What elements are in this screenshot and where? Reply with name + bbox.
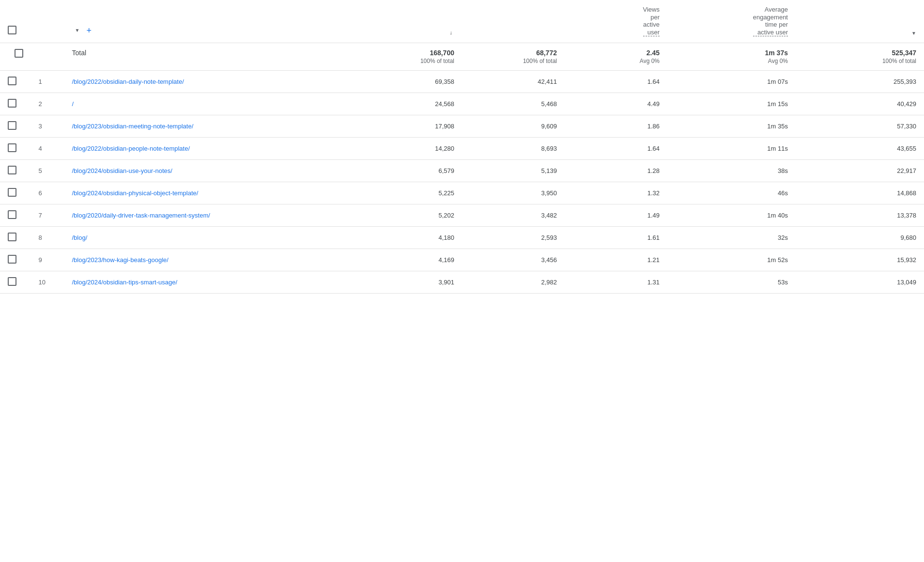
- row-active-users-cell: 3,482: [462, 204, 565, 226]
- total-event-count-sub: 100% of total: [803, 58, 916, 64]
- total-views-per-active-sub: Avg 0%: [572, 58, 660, 64]
- row-number-cell: 9: [31, 249, 64, 271]
- table-row: 1 /blog/2022/obsidian-daily-note-templat…: [0, 70, 924, 93]
- row-check-cell: [0, 226, 31, 249]
- row-event-count-cell: 43,655: [796, 137, 924, 159]
- table-row: 7 /blog/2020/daily-driver-task-managemen…: [0, 204, 924, 226]
- row-checkbox[interactable]: [8, 277, 16, 286]
- row-page-cell[interactable]: /blog/2024/obsidian-use-your-notes/: [64, 159, 359, 182]
- row-views-cell: 17,908: [359, 115, 462, 137]
- row-active-users-cell: 2,982: [462, 271, 565, 293]
- row-event-count-cell: 255,393: [796, 70, 924, 93]
- total-checkbox[interactable]: [15, 49, 23, 58]
- active-users-header[interactable]: [462, 0, 565, 43]
- row-checkbox[interactable]: [8, 188, 16, 197]
- row-page-cell[interactable]: /: [64, 93, 359, 115]
- table-row: 9 /blog/2023/how-kagi-beats-google/ 4,16…: [0, 249, 924, 271]
- row-checkbox[interactable]: [8, 77, 16, 85]
- row-views-per-active-cell: 1.31: [565, 271, 667, 293]
- row-views-cell: 14,280: [359, 137, 462, 159]
- total-label-cell: Total: [64, 43, 359, 70]
- row-event-count-cell: 22,917: [796, 159, 924, 182]
- row-active-users-cell: 9,609: [462, 115, 565, 137]
- row-active-users-cell: 42,411: [462, 70, 565, 93]
- row-views-per-active-cell: 1.64: [565, 70, 667, 93]
- total-label: Total: [72, 49, 86, 57]
- row-avg-engagement-cell: 1m 07s: [667, 70, 796, 93]
- row-check-cell: [0, 70, 31, 93]
- analytics-table: ▼ + ↓ Viewsperactiveuser: [0, 0, 924, 294]
- total-event-count-cell: 525,347 100% of total: [796, 43, 924, 70]
- table-row: 3 /blog/2023/obsidian-meeting-note-templ…: [0, 115, 924, 137]
- row-page-cell[interactable]: /blog/2024/obsidian-physical-object-temp…: [64, 182, 359, 204]
- total-views-cell: 168,700 100% of total: [359, 43, 462, 70]
- row-active-users-cell: 2,593: [462, 226, 565, 249]
- row-page-cell[interactable]: /blog/2022/obsidian-people-note-template…: [64, 137, 359, 159]
- row-event-count-cell: 40,429: [796, 93, 924, 115]
- row-avg-engagement-cell: 53s: [667, 271, 796, 293]
- total-views-per-active-cell: 2.45 Avg 0%: [565, 43, 667, 70]
- row-check-cell: [0, 249, 31, 271]
- row-active-users-cell: 3,950: [462, 182, 565, 204]
- row-check-cell: [0, 182, 31, 204]
- row-views-per-active-cell: 4.49: [565, 93, 667, 115]
- row-views-per-active-cell: 1.61: [565, 226, 667, 249]
- row-avg-engagement-cell: 1m 52s: [667, 249, 796, 271]
- row-number-cell: 1: [31, 70, 64, 93]
- row-views-per-active-cell: 1.28: [565, 159, 667, 182]
- analytics-table-container: ▼ + ↓ Viewsperactiveuser: [0, 0, 924, 294]
- row-checkbox[interactable]: [8, 121, 16, 130]
- row-number-header: [31, 0, 64, 43]
- views-header[interactable]: ↓: [359, 0, 462, 43]
- row-avg-engagement-cell: 32s: [667, 226, 796, 249]
- total-active-users-cell: 68,772 100% of total: [462, 43, 565, 70]
- row-event-count-cell: 13,049: [796, 271, 924, 293]
- avg-engagement-header: Averageengagementtime peractive user: [667, 0, 796, 43]
- row-event-count-cell: 13,378: [796, 204, 924, 226]
- views-per-active-header: Viewsperactiveuser: [565, 0, 667, 43]
- row-checkbox[interactable]: [8, 210, 16, 219]
- sort-down-icon: ↓: [449, 29, 452, 36]
- total-row: Total 168,700 100% of total 68,772 100% …: [0, 43, 924, 70]
- event-count-filter[interactable]: ▼: [909, 30, 916, 37]
- row-checkbox[interactable]: [8, 99, 16, 108]
- row-number-cell: 7: [31, 204, 64, 226]
- page-path-header: ▼ +: [64, 0, 359, 43]
- table-row: 8 /blog/ 4,180 2,593 1.61 32s 9,680: [0, 226, 924, 249]
- row-event-count-cell: 9,680: [796, 226, 924, 249]
- total-views-per-active: 2.45: [572, 49, 660, 57]
- total-check-cell: [0, 43, 31, 70]
- table-row: 6 /blog/2024/obsidian-physical-object-te…: [0, 182, 924, 204]
- row-views-cell: 4,169: [359, 249, 462, 271]
- row-avg-engagement-cell: 1m 11s: [667, 137, 796, 159]
- row-active-users-cell: 3,456: [462, 249, 565, 271]
- row-checkbox[interactable]: [8, 166, 16, 174]
- row-avg-engagement-cell: 38s: [667, 159, 796, 182]
- row-views-cell: 5,225: [359, 182, 462, 204]
- event-count-header: ▼: [796, 0, 924, 43]
- total-active-users: 68,772: [470, 49, 557, 57]
- row-page-cell[interactable]: /blog/2022/obsidian-daily-note-template/: [64, 70, 359, 93]
- page-path-dropdown-icon[interactable]: ▼: [75, 27, 79, 34]
- row-check-cell: [0, 115, 31, 137]
- row-check-cell: [0, 159, 31, 182]
- row-checkbox[interactable]: [8, 233, 16, 241]
- row-page-cell[interactable]: /blog/2020/daily-driver-task-management-…: [64, 204, 359, 226]
- add-dimension-button[interactable]: +: [86, 25, 92, 37]
- row-page-cell[interactable]: /blog/2023/obsidian-meeting-note-templat…: [64, 115, 359, 137]
- row-check-cell: [0, 93, 31, 115]
- select-all-checkbox[interactable]: [8, 26, 16, 34]
- row-number-cell: 8: [31, 226, 64, 249]
- row-views-per-active-cell: 1.32: [565, 182, 667, 204]
- row-checkbox[interactable]: [8, 255, 16, 264]
- row-event-count-cell: 57,330: [796, 115, 924, 137]
- row-avg-engagement-cell: 1m 40s: [667, 204, 796, 226]
- table-row: 10 /blog/2024/obsidian-tips-smart-usage/…: [0, 271, 924, 293]
- row-number-cell: 5: [31, 159, 64, 182]
- row-checkbox[interactable]: [8, 143, 16, 152]
- total-views-sub: 100% of total: [367, 58, 454, 64]
- row-page-cell[interactable]: /blog/2024/obsidian-tips-smart-usage/: [64, 271, 359, 293]
- row-page-cell[interactable]: /blog/: [64, 226, 359, 249]
- row-page-cell[interactable]: /blog/2023/how-kagi-beats-google/: [64, 249, 359, 271]
- row-number-cell: 10: [31, 271, 64, 293]
